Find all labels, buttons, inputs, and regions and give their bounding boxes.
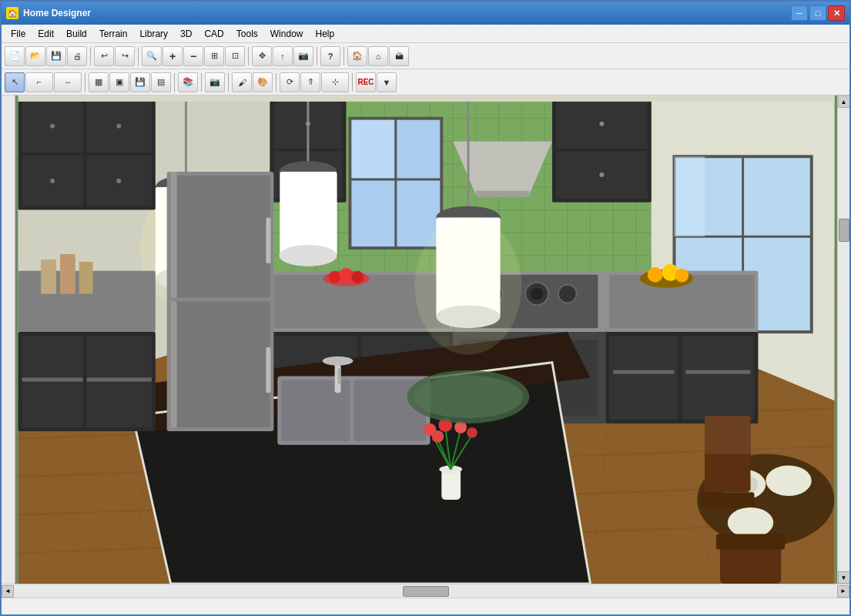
horizontal-scrollbar[interactable]: ◄ ►: [2, 584, 849, 598]
scroll-thumb-horizontal[interactable]: [403, 586, 449, 597]
kitchen-render: [15, 95, 837, 584]
close-button[interactable]: ✕: [828, 5, 845, 21]
scroll-track-horizontal: [14, 586, 837, 597]
polyline-button[interactable]: ⌐: [25, 72, 53, 92]
save2-button[interactable]: 💾: [130, 72, 150, 92]
arrow-group-button[interactable]: ⇑: [300, 72, 320, 92]
toolbar-main: 📄 📂 💾 🖨 ↩ ↪ 🔍 + − ⊞ ⊡ ✥ ↑ 📷 ? 🏠 ⌂ 🏔: [2, 43, 849, 69]
select-tool-button[interactable]: ↖: [5, 72, 25, 92]
paint-button[interactable]: 🖌: [232, 72, 252, 92]
print-button[interactable]: 🖨: [67, 46, 87, 66]
transform-button[interactable]: ⟳: [280, 72, 300, 92]
maximize-button[interactable]: □: [809, 5, 826, 21]
menu-help[interactable]: Help: [309, 27, 340, 41]
svg-point-52: [599, 172, 604, 177]
svg-point-140: [50, 179, 55, 183]
fit-icon: ⊞: [211, 51, 218, 61]
svg-point-51: [599, 122, 604, 126]
roof-button[interactable]: ⌂: [368, 46, 388, 66]
separator-11: [352, 73, 353, 92]
menu-3d[interactable]: 3D: [174, 27, 198, 41]
scroll-down-button[interactable]: ▼: [838, 571, 850, 584]
new-icon: 📄: [9, 51, 20, 61]
select2-button[interactable]: ⊹: [321, 72, 349, 92]
cabinet-button[interactable]: ▣: [109, 72, 129, 92]
help-button[interactable]: ?: [320, 46, 340, 66]
help-icon: ?: [328, 52, 333, 61]
zoom-out-button[interactable]: −: [183, 46, 203, 66]
svg-rect-153: [266, 218, 270, 263]
new-button[interactable]: 📄: [5, 46, 25, 66]
menu-cad[interactable]: CAD: [198, 27, 230, 41]
svg-rect-169: [79, 262, 93, 294]
camera2-button[interactable]: 📷: [205, 72, 225, 92]
zoom-button[interactable]: 🔍: [142, 46, 162, 66]
fill-button[interactable]: ▦: [89, 72, 109, 92]
zoom-box-button[interactable]: ⊡: [225, 46, 245, 66]
scroll-thumb-vertical[interactable]: [839, 219, 849, 242]
fit-button[interactable]: ⊞: [204, 46, 224, 66]
stairs-icon: ▤: [157, 77, 165, 87]
svg-point-138: [50, 124, 55, 129]
record-dropdown[interactable]: ▼: [377, 72, 397, 92]
terrain-button[interactable]: 🏔: [389, 46, 409, 66]
arrow-up-button[interactable]: ↑: [273, 46, 293, 66]
open-button[interactable]: 📂: [25, 46, 45, 66]
svg-rect-146: [22, 378, 82, 382]
stairs-button[interactable]: ▤: [151, 72, 171, 92]
svg-point-70: [531, 288, 543, 300]
svg-rect-152: [171, 301, 177, 427]
save-icon: 💾: [51, 51, 62, 61]
save-button[interactable]: 💾: [46, 46, 66, 66]
separator-4: [317, 47, 317, 65]
menu-library[interactable]: Library: [133, 27, 174, 41]
menu-file[interactable]: File: [5, 27, 32, 41]
separator-2: [138, 47, 139, 65]
menu-edit[interactable]: Edit: [32, 27, 60, 41]
undo-button[interactable]: ↩: [94, 46, 114, 66]
separator-5: [343, 47, 344, 65]
dimension-button[interactable]: ↔: [54, 72, 82, 92]
menu-tools[interactable]: Tools: [230, 27, 264, 41]
undo-icon: ↩: [101, 51, 108, 61]
material-button[interactable]: 🎨: [253, 72, 273, 92]
canvas-area[interactable]: [15, 95, 837, 584]
roof-icon: ⌂: [376, 52, 381, 61]
redo-button[interactable]: ↪: [115, 46, 135, 66]
scroll-right-button[interactable]: ►: [837, 585, 849, 598]
zoom-in-icon: +: [169, 50, 176, 62]
separator-7: [174, 73, 175, 92]
camera-button[interactable]: 📷: [293, 46, 313, 66]
separator-1: [90, 47, 91, 65]
menu-build[interactable]: Build: [60, 27, 93, 41]
menu-terrain[interactable]: Terrain: [93, 27, 134, 41]
save2-icon: 💾: [135, 77, 146, 87]
minimize-button[interactable]: ─: [791, 5, 808, 21]
scroll-left-button[interactable]: ◄: [2, 585, 14, 598]
svg-rect-104: [338, 369, 341, 384]
bottom-area: ◄ ►: [2, 584, 849, 614]
svg-rect-64: [476, 191, 529, 197]
svg-rect-94: [613, 370, 674, 374]
zoom-in-button[interactable]: +: [162, 46, 183, 66]
svg-rect-105: [441, 469, 461, 500]
svg-point-77: [329, 271, 341, 283]
record-button[interactable]: REC: [356, 72, 376, 92]
material-icon: 🎨: [257, 77, 268, 87]
dimension-icon: ↔: [64, 78, 72, 86]
house-button[interactable]: 🏠: [347, 46, 367, 66]
cabinet-icon: ▣: [116, 77, 123, 87]
scroll-up-button[interactable]: ▲: [838, 95, 850, 108]
redo-icon: ↪: [122, 51, 129, 61]
vertical-scrollbar[interactable]: ▲ ▼: [837, 95, 849, 584]
menu-window[interactable]: Window: [264, 27, 310, 41]
terrain-icon: 🏔: [395, 52, 404, 61]
svg-point-115: [467, 427, 477, 438]
arrow-up-icon: ↑: [280, 52, 285, 61]
library-button[interactable]: 📚: [178, 72, 198, 92]
pan-button[interactable]: ✥: [252, 46, 272, 66]
svg-rect-151: [171, 172, 177, 297]
window-title: Home Designer: [23, 8, 791, 18]
svg-rect-163: [701, 492, 754, 507]
svg-rect-95: [685, 370, 750, 374]
